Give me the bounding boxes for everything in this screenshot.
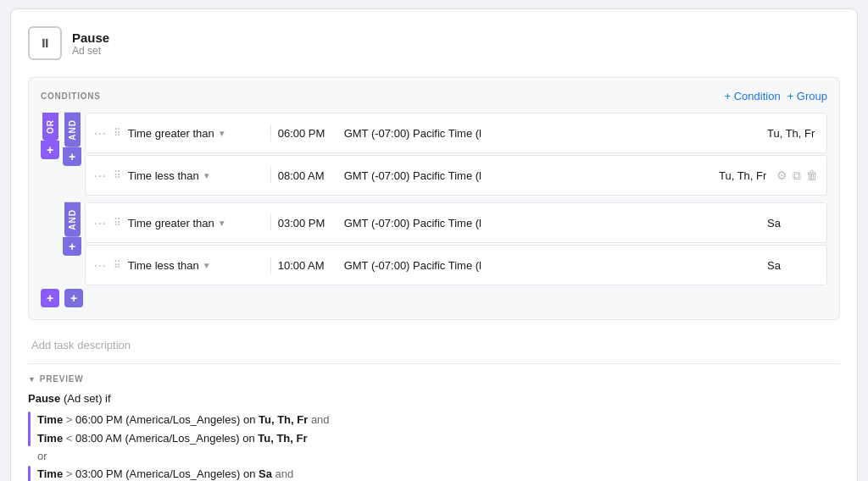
condition-rows-1: ··· ⠿ Time greater than ▼ 06:00 PM GMT (… [85, 113, 827, 196]
preview-content: Pause (Ad set) if Time > 06:00 PM (Ameri… [28, 392, 840, 481]
preview-block-1: Time > 06:00 PM (America/Los_Angeles) on… [28, 412, 840, 446]
condition-type-label-1-1: Time greater than [128, 127, 214, 140]
separator-2-1 [270, 214, 271, 231]
and-plus-button-2[interactable]: + [63, 237, 81, 256]
pause-icon-box: ⏸ [28, 26, 62, 60]
bottom-and-plus-button[interactable]: + [64, 289, 83, 307]
preview-line-1-2: Time < 08:00 AM (America/Los_Angeles) on… [37, 430, 330, 447]
preview-border-2 [28, 466, 31, 481]
preview-label: PREVIEW [40, 374, 84, 384]
preview-lines-1: Time > 06:00 PM (America/Los_Angeles) on… [37, 412, 330, 446]
time-value-1-1: 06:00 PM [278, 127, 337, 140]
condition-row-2-2: ··· ⠿ Time less than ▼ 10:00 AM GMT (-07… [85, 245, 827, 285]
condition-type-label-2-2: Time less than [128, 259, 199, 272]
and-bar-1: AND + [63, 113, 81, 196]
conditions-section: CONDITIONS + Condition + Group OR + AND [28, 77, 840, 320]
conditions-label: CONDITIONS [41, 91, 101, 101]
days-value-2-2: Sa [767, 259, 818, 272]
preview-or-separator: or [37, 450, 840, 462]
dots-menu-2-1[interactable]: ··· [94, 216, 107, 229]
bottom-plus-row: + + [41, 289, 827, 307]
condition-type-label-2-1: Time greater than [128, 217, 214, 229]
settings-icon-1-2[interactable]: ⚙ [776, 169, 787, 182]
chevron-down-icon-1-2: ▼ [203, 171, 211, 180]
drag-handle-1-1[interactable]: ⠿ [114, 127, 121, 139]
preview-lines-2: Time > 03:00 PM (America/Los_Angeles) on… [37, 466, 293, 481]
preview-toggle[interactable]: ▼ PREVIEW [28, 374, 840, 384]
action-title: Pause [72, 30, 109, 45]
action-subtitle: Ad set [72, 45, 109, 57]
timezone-value-2-1: GMT (-07:00) Pacific Time (l [344, 217, 760, 229]
delete-icon-1-2[interactable]: 🗑 [806, 169, 818, 182]
condition-rows-2: ··· ⠿ Time greater than ▼ 03:00 PM GMT (… [85, 202, 827, 285]
chevron-down-icon-2-1: ▼ [218, 218, 226, 228]
or-group-1: OR + AND + ··· ⠿ Tim [41, 113, 827, 196]
drag-handle-2-2[interactable]: ⠿ [114, 259, 121, 271]
and-label-1: AND [64, 113, 81, 147]
conditions-actions: + Condition + Group [725, 90, 827, 102]
separator-2-2 [270, 257, 271, 274]
time-value-1-2: 08:00 AM [278, 169, 337, 182]
chevron-down-icon-1-1: ▼ [218, 129, 226, 138]
condition-type-select-1-2[interactable]: Time less than ▼ [128, 169, 264, 182]
timezone-value-1-2: GMT (-07:00) Pacific Time (l [344, 169, 712, 182]
drag-handle-2-1[interactable]: ⠿ [114, 217, 121, 229]
preview-type: (Ad set) [64, 392, 103, 405]
preview-if: if [105, 392, 111, 405]
drag-handle-1-2[interactable]: ⠿ [114, 169, 121, 181]
time-value-2-1: 03:00 PM [278, 217, 337, 229]
copy-icon-1-2[interactable]: ⧉ [793, 169, 801, 183]
conditions-header: CONDITIONS + Condition + Group [41, 90, 827, 102]
task-description[interactable]: Add task description [28, 330, 840, 360]
dots-menu-2-2[interactable]: ··· [94, 258, 107, 272]
condition-row-1-1: ··· ⠿ Time greater than ▼ 06:00 PM GMT (… [85, 113, 827, 153]
preview-border-1 [28, 412, 31, 446]
preview-line-1-1: Time > 06:00 PM (America/Los_Angeles) on… [37, 412, 330, 428]
timezone-value-2-2: GMT (-07:00) Pacific Time (l [344, 259, 760, 272]
preview-block-2: Time > 03:00 PM (America/Los_Angeles) on… [28, 466, 840, 481]
separator-1-1 [270, 124, 271, 141]
and-plus-button-1[interactable]: + [63, 147, 81, 166]
or-plus-button-1[interactable]: + [41, 141, 59, 159]
chevron-down-icon-2-2: ▼ [203, 261, 211, 270]
preview-line-2-1: Time > 03:00 PM (America/Los_Angeles) on… [37, 466, 293, 481]
main-container: ⏸ Pause Ad set CONDITIONS + Condition + … [10, 8, 858, 481]
and-group-1: AND + ··· ⠿ Time greater than ▼ [63, 113, 827, 196]
preview-section: ▼ PREVIEW Pause (Ad set) if Time > 06:00… [28, 363, 840, 481]
and-group-2: AND + ··· ⠿ Time greater than ▼ [63, 202, 827, 285]
preview-title: Pause (Ad set) if [28, 392, 840, 405]
time-value-2-2: 10:00 AM [278, 259, 337, 272]
preview-chevron-icon: ▼ [28, 375, 36, 384]
or-label-1: OR [42, 113, 58, 141]
condition-type-select-1-1[interactable]: Time greater than ▼ [128, 127, 264, 140]
separator-1-2 [270, 167, 271, 184]
pause-icon: ⏸ [39, 36, 51, 50]
add-condition-button[interactable]: + Condition [725, 90, 781, 102]
and-label-2: AND [64, 202, 81, 237]
or-bar-1: OR + [41, 113, 59, 196]
dots-menu-1-1[interactable]: ··· [94, 126, 107, 140]
dots-menu-1-2[interactable]: ··· [94, 169, 107, 182]
header-text: Pause Ad set [72, 30, 109, 57]
days-value-1-1: Tu, Th, Fr [767, 127, 818, 140]
condition-type-select-2-2[interactable]: Time less than ▼ [128, 259, 264, 272]
days-value-1-2: Tu, Th, Fr [719, 169, 770, 182]
condition-type-select-2-1[interactable]: Time greater than ▼ [128, 217, 264, 229]
header-section: ⏸ Pause Ad set [28, 26, 840, 60]
row-actions-1-2: ⚙ ⧉ 🗑 [776, 169, 818, 183]
add-group-button[interactable]: + Group [787, 90, 827, 102]
and-bar-2: AND + [63, 202, 81, 285]
condition-row-2-1: ··· ⠿ Time greater than ▼ 03:00 PM GMT (… [85, 202, 827, 243]
or-group-2: OR + AND + ··· ⠿ Tim [41, 202, 827, 285]
preview-action: Pause [28, 392, 60, 405]
condition-row-1-2: ··· ⠿ Time less than ▼ 08:00 AM GMT (-07… [85, 155, 827, 196]
bottom-or-plus-button[interactable]: + [41, 289, 59, 307]
condition-type-label-1-2: Time less than [128, 169, 199, 182]
days-value-2-1: Sa [767, 217, 818, 229]
timezone-value-1-1: GMT (-07:00) Pacific Time (l [344, 127, 760, 140]
or-groups: OR + AND + ··· ⠿ Tim [41, 113, 827, 307]
